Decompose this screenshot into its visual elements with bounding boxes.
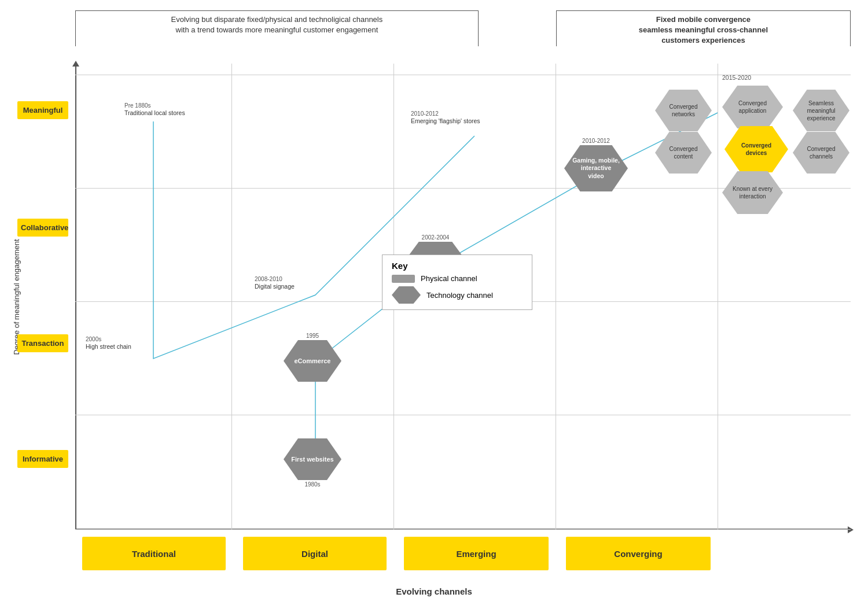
key-physical-row: Physical channel — [392, 274, 523, 283]
key-tech-icon — [392, 286, 421, 304]
page-container: Evolving but disparate fixed/physical an… — [0, 0, 868, 605]
y-label-collaborative: Collaborative — [17, 219, 68, 237]
hex-gaming-mobile: 2010-2012 Gaming, mobile, interactive vi… — [564, 138, 628, 191]
hex-known-interaction: Known at every interaction — [722, 171, 783, 214]
hex-converged-content: Converged content — [655, 132, 712, 174]
hex-ecommerce: 1995 eCommerce — [284, 333, 341, 382]
hex-converged-networks: Converged networks — [655, 90, 712, 131]
grid-h-line-4 — [75, 415, 851, 415]
banner-right: Fixed mobile convergence seamless meanin… — [556, 10, 851, 46]
label-flagship: 2010-2012 Emerging 'flagship' stores — [411, 110, 480, 126]
top-banners: Evolving but disparate fixed/physical an… — [75, 10, 851, 46]
hex-converged-application: Converged application — [722, 86, 783, 128]
key-physical-icon — [392, 275, 415, 283]
key-tech-row: Technology channel — [392, 286, 523, 304]
label-digital-signage: 2008-2010 Digital signage — [255, 275, 295, 291]
hex-converged-channels: Converged channels — [793, 132, 849, 174]
key-box: Key Physical channel Technology channel — [382, 254, 532, 310]
y-label-informative: Informative — [17, 450, 68, 468]
x-label-converging: Converging — [566, 537, 711, 570]
x-label-traditional: Traditional — [82, 537, 226, 570]
hex-first-websites: First websites 1980s — [284, 438, 341, 488]
banner-left-text: Evolving but disparate fixed/physical an… — [171, 15, 383, 34]
grid-v-line-1 — [231, 64, 232, 530]
x-axis-arrow — [848, 526, 854, 533]
grid-v-line-3 — [556, 64, 556, 530]
grid-h-line-5 — [75, 529, 851, 530]
hex-seamless: Converged devices — [724, 126, 788, 172]
label-local-stores: Pre 1880s Traditional local stores — [124, 102, 185, 117]
x-label-digital: Digital — [243, 537, 387, 570]
y-label-meaningful: Meaningful — [17, 101, 68, 119]
x-axis-label: Evolving channels — [396, 586, 472, 596]
key-tech-label: Technology channel — [426, 291, 493, 300]
y-label-transaction: Transaction — [17, 334, 68, 352]
label-high-street: 2000s High street chain — [86, 335, 131, 351]
key-physical-label: Physical channel — [421, 274, 477, 283]
tech-line — [315, 165, 613, 466]
grid-v-line-4 — [718, 64, 718, 530]
y-axis-arrow — [72, 61, 79, 67]
x-axis-label-container: Evolving channels — [0, 586, 868, 597]
key-title: Key — [392, 261, 523, 271]
y-axis — [75, 62, 76, 530]
year-2015-label: 2015-2020 — [722, 74, 751, 81]
hex-converged-devices: Seamless meaningful experience — [793, 90, 849, 131]
banner-right-text: Fixed mobile convergence seamless meanin… — [639, 15, 768, 45]
banner-left: Evolving but disparate fixed/physical an… — [75, 10, 479, 46]
x-label-emerging: Emerging — [404, 537, 549, 570]
